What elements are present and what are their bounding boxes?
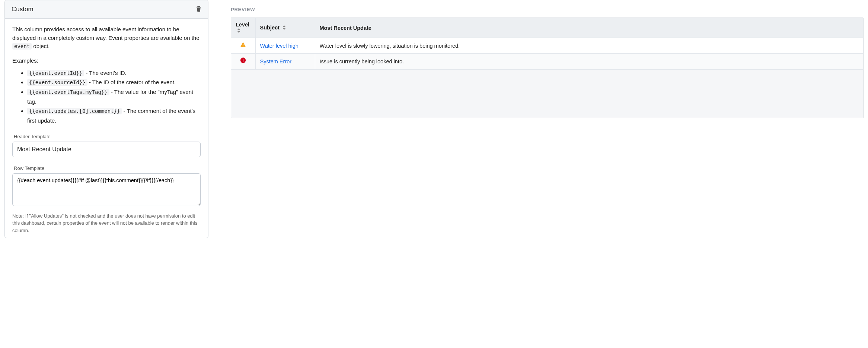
warning-icon xyxy=(240,42,246,48)
note-text: Note: If "Allow Updates" is not checked … xyxy=(12,212,201,234)
example-item: {{event.eventId}} - The event's ID. xyxy=(27,68,201,78)
update-cell: Issue is currently being looked into. xyxy=(315,54,863,69)
custom-column-card: Custom This column provides access to al… xyxy=(4,0,208,238)
col-label: Level xyxy=(236,22,249,28)
example-item: {{event.updates.[0].comment}} - The comm… xyxy=(27,106,201,125)
subject-link[interactable]: System Error xyxy=(260,58,292,64)
row-template-input[interactable]: {{#each event.updates}}{{#if @last}}{{th… xyxy=(12,173,201,206)
col-label: Most Recent Update xyxy=(320,25,371,31)
example-item: {{event.sourceId}} - The ID of the creat… xyxy=(27,77,201,87)
card-header: Custom xyxy=(5,0,208,19)
row-template-label: Row Template xyxy=(14,165,199,171)
panel-divider[interactable] xyxy=(208,0,231,238)
examples-label: Examples: xyxy=(12,57,201,64)
column-header-level[interactable]: Level xyxy=(231,18,255,38)
description-text: This column provides access to all avail… xyxy=(12,26,200,41)
example-code: {{event.eventId}} xyxy=(27,70,84,76)
update-cell: Water level is slowly lowering, situatio… xyxy=(315,38,863,54)
sort-icon xyxy=(283,25,286,31)
svg-rect-1 xyxy=(243,46,243,47)
svg-rect-0 xyxy=(243,44,243,45)
example-code: {{event.eventTags.myTag}} xyxy=(27,89,109,95)
example-desc: - The event's ID. xyxy=(84,70,126,76)
header-template-input[interactable] xyxy=(12,142,201,157)
example-code: {{event.updates.[0].comment}} xyxy=(27,108,122,114)
header-template-label: Header Template xyxy=(14,134,199,139)
description-suffix: object. xyxy=(32,43,50,49)
description: This column provides access to all avail… xyxy=(12,25,201,51)
table-row: System Error Issue is currently being lo… xyxy=(231,54,863,69)
column-header-subject[interactable]: Subject xyxy=(255,18,315,38)
example-desc: - The ID of the creator of the event. xyxy=(87,79,176,85)
preview-box: Level Subject Most Recent xyxy=(231,18,864,118)
column-header-update[interactable]: Most Recent Update xyxy=(315,18,863,38)
preview-table: Level Subject Most Recent xyxy=(231,18,863,70)
delete-icon[interactable] xyxy=(196,6,201,13)
svg-rect-4 xyxy=(243,61,243,62)
svg-rect-3 xyxy=(243,59,243,61)
example-item: {{event.eventTags.myTag}} - The value fo… xyxy=(27,87,201,106)
preview-label: PREVIEW xyxy=(231,7,864,12)
subject-link[interactable]: Water level high xyxy=(260,43,299,49)
table-row: Water level high Water level is slowly l… xyxy=(231,38,863,54)
sort-icon xyxy=(237,28,240,34)
example-code: {{event.sourceId}} xyxy=(27,79,87,86)
event-code: event xyxy=(12,43,32,50)
card-title: Custom xyxy=(12,6,33,13)
col-label: Subject xyxy=(260,25,280,31)
examples-list: {{event.eventId}} - The event's ID. {{ev… xyxy=(12,68,201,126)
error-icon xyxy=(240,57,246,63)
